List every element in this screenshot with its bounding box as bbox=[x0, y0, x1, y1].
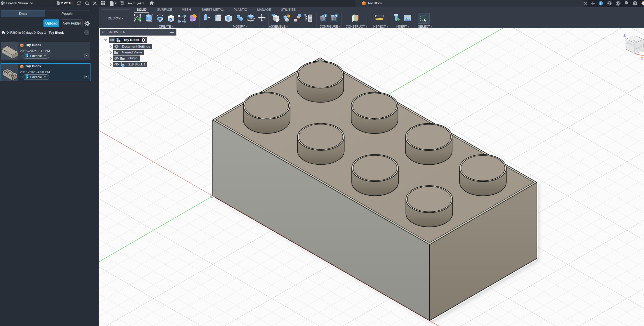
svg-text:?: ? bbox=[634, 2, 636, 5]
svg-text:X: X bbox=[641, 57, 643, 60]
svg-text:Z: Z bbox=[624, 34, 626, 37]
